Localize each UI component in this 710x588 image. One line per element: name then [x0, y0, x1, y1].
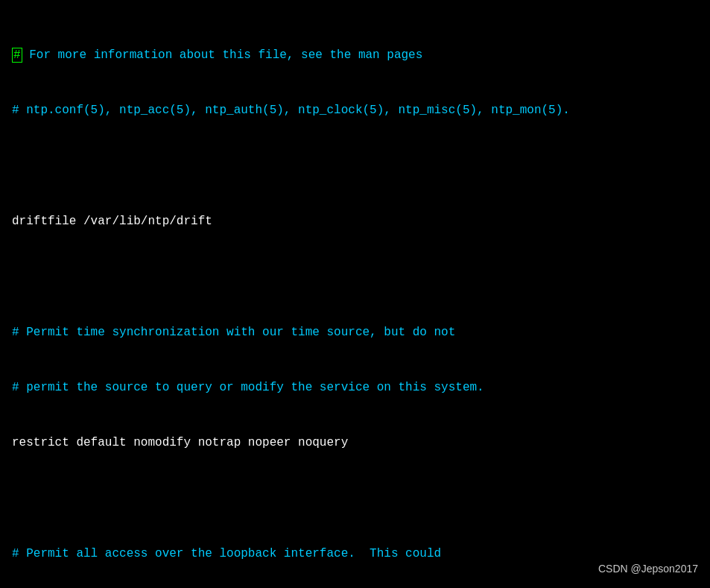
watermark: CSDN @Jepson2017 [598, 561, 698, 578]
line-7: # permit the source to query or modify t… [12, 379, 698, 397]
line-2: # ntp.conf(5), ntp_acc(5), ntp_auth(5), … [12, 101, 698, 120]
line-3 [12, 157, 698, 175]
line-6: # Permit time synchronization with our t… [12, 323, 698, 342]
line-1: # For more information about this file, … [12, 46, 698, 65]
code-content: # For more information about this file, … [12, 9, 698, 588]
line-9 [12, 490, 698, 508]
line-8: restrict default nomodify notrap nopeer … [12, 434, 698, 452]
hash-icon: # [12, 48, 22, 63]
line-4: driftfile /var/lib/ntp/drift [12, 212, 698, 231]
line-10: # Permit all access over the loopback in… [12, 545, 698, 563]
line-5 [12, 268, 698, 286]
